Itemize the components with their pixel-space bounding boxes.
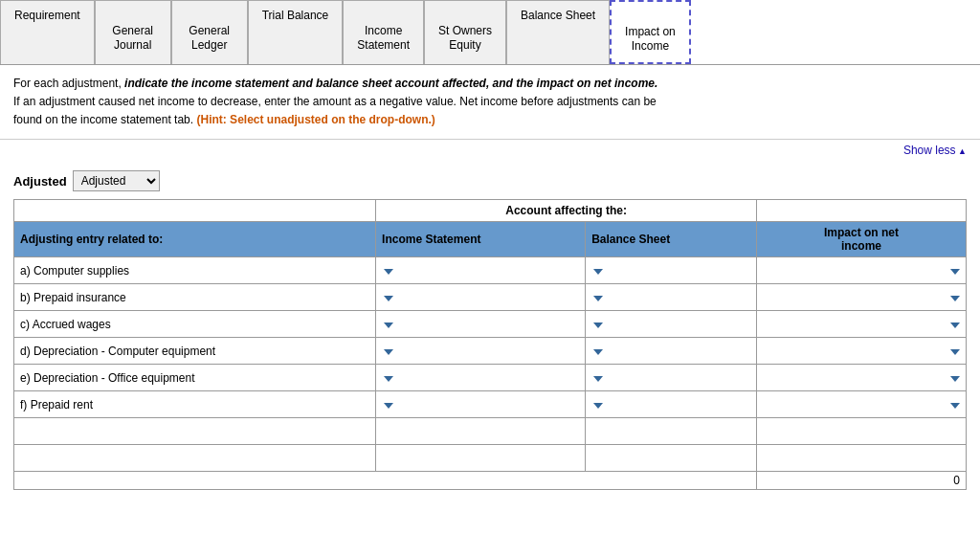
table-row [14,418,967,445]
table-row [14,445,967,472]
balance-dropdown-arrow-5[interactable] [593,403,603,409]
entry-cell-2: c) Accrued wages [14,311,376,338]
income-dropdown-cell-3[interactable] [376,338,586,365]
table-header-row-1: Account affecting the: [14,200,967,222]
balance-dropdown-cell-2[interactable] [586,311,757,338]
tab-st-owners-equity[interactable]: St OwnersEquity [424,0,506,64]
balance-dropdown-cell-6[interactable] [586,418,757,445]
balance-dropdown-arrow-1[interactable] [593,296,603,301]
entry-cell-4: e) Depreciation - Office equipment [14,365,376,391]
balance-dropdown-cell-0[interactable] [586,257,757,284]
income-dropdown-arrow-0[interactable] [384,269,393,275]
table-wrapper: Account affecting the: Adjusting entry r… [0,199,980,490]
income-dropdown-cell-5[interactable] [376,391,586,418]
header-account-affecting: Account affecting the: [376,200,757,222]
table-row: a) Computer supplies [14,257,967,284]
entry-cell-0: a) Computer supplies [14,257,376,284]
impact-dropdown-arrow-5[interactable] [950,403,960,409]
instruction-box: For each adjustment, indicate the income… [0,65,980,141]
instruction-hint: (Hint: Select unadjusted on the drop-dow… [196,113,434,126]
balance-dropdown-cell-4[interactable] [586,365,757,391]
entry-cell-1: b) Prepaid insurance [14,284,376,311]
income-dropdown-cell-2[interactable] [376,311,586,338]
show-less-row: Show less [0,140,980,163]
instruction-bold: indicate the income statement and balanc… [124,77,657,90]
impact-dropdown-arrow-0[interactable] [950,269,960,275]
income-dropdown-cell-0[interactable] [376,257,586,284]
table-row: e) Depreciation - Office equipment [14,365,967,391]
income-dropdown-arrow-4[interactable] [384,376,393,382]
header-income: Income Statement [376,222,586,257]
balance-dropdown-cell-7[interactable] [586,445,757,472]
tab-balance-sheet[interactable]: Balance Sheet [506,0,610,64]
income-dropdown-arrow-2[interactable] [384,323,393,328]
income-dropdown-cell-6[interactable] [376,418,586,445]
balance-dropdown-arrow-3[interactable] [593,349,603,355]
adjusted-dropdown[interactable]: Adjusted Unadjusted [73,170,160,191]
tab-trial-balance[interactable]: Trial Balance [248,0,344,64]
table-header-row-2: Adjusting entry related to: Income State… [14,222,967,257]
table-row: f) Prepaid rent [14,391,967,418]
dropdown-label: Adjusted [13,174,67,189]
impact-cell-2[interactable] [757,311,967,338]
header-impact: Impact on netincome [757,222,967,257]
income-dropdown-cell-4[interactable] [376,365,586,391]
impact-dropdown-arrow-1[interactable] [950,296,960,301]
income-dropdown-arrow-1[interactable] [384,296,393,301]
impact-dropdown-arrow-4[interactable] [950,376,960,382]
total-empty [14,472,757,490]
balance-dropdown-arrow-2[interactable] [593,323,603,328]
balance-dropdown-arrow-0[interactable] [593,269,603,275]
balance-dropdown-arrow-4[interactable] [593,376,603,382]
tab-requirement[interactable]: Requirement [0,0,95,64]
header-entry: Adjusting entry related to: [14,222,376,257]
impact-cell-5[interactable] [757,391,967,418]
entry-cell-6 [14,418,376,445]
tab-bar: Requirement GeneralJournal GeneralLedger… [0,0,980,65]
entry-cell-5: f) Prepaid rent [14,391,376,418]
income-dropdown-arrow-3[interactable] [384,349,393,355]
dropdown-row: Adjusted Adjusted Unadjusted [0,163,980,199]
show-less-link[interactable]: Show less [903,144,967,157]
income-dropdown-cell-7[interactable] [376,445,586,472]
balance-dropdown-cell-5[interactable] [586,391,757,418]
total-row: 0 [14,472,967,490]
impact-cell-4[interactable] [757,365,967,391]
impact-cell-7[interactable] [757,445,967,472]
impact-dropdown-arrow-3[interactable] [950,349,960,355]
impact-table: Account affecting the: Adjusting entry r… [13,199,967,490]
table-row: d) Depreciation - Computer equipment [14,338,967,365]
balance-dropdown-cell-1[interactable] [586,284,757,311]
total-value: 0 [757,472,967,490]
tab-general-journal[interactable]: GeneralJournal [95,0,171,64]
income-dropdown-cell-1[interactable] [376,284,586,311]
header-impact-empty [757,200,967,222]
table-row: b) Prepaid insurance [14,284,967,311]
tab-income-statement[interactable]: IncomeStatement [343,0,424,64]
balance-dropdown-cell-3[interactable] [586,338,757,365]
impact-cell-1[interactable] [757,284,967,311]
instruction-prefix: For each adjustment, [13,77,124,90]
impact-cell-6[interactable] [757,418,967,445]
tab-impact-on-income[interactable]: Impact onIncome [610,0,691,64]
tab-general-ledger[interactable]: GeneralLedger [171,0,248,64]
instruction-line3: found on the income statement tab. [13,113,193,126]
table-row: c) Accrued wages [14,311,967,338]
entry-cell-3: d) Depreciation - Computer equipment [14,338,376,365]
impact-cell-0[interactable] [757,257,967,284]
entry-cell-7 [14,445,376,472]
income-dropdown-arrow-5[interactable] [384,403,393,409]
header-empty [14,200,376,222]
impact-dropdown-arrow-2[interactable] [950,323,960,328]
header-balance: Balance Sheet [586,222,757,257]
instruction-line2: If an adjustment caused net income to de… [13,95,657,108]
impact-cell-3[interactable] [757,338,967,365]
